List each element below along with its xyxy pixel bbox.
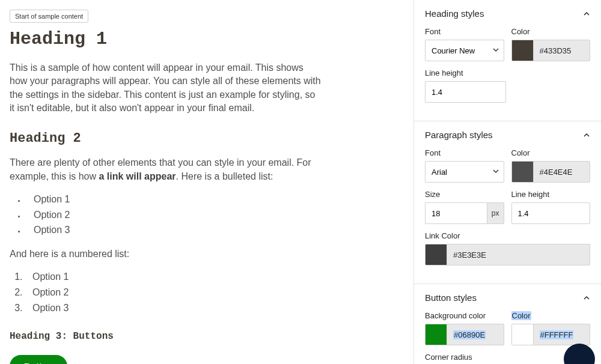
section-heading-styles: Heading styles Font Color #433D35 xyxy=(414,0,601,121)
font-label: Font xyxy=(425,148,504,157)
color-label: Color xyxy=(511,148,591,157)
color-swatch xyxy=(512,40,534,61)
section-title: Button styles xyxy=(425,293,477,303)
heading-color-field[interactable]: #433D35 xyxy=(511,40,591,61)
paragraph-1-sample: This is a sample of how content will app… xyxy=(10,61,322,115)
paragraph-3-sample: And here is a numbered list: xyxy=(10,247,322,261)
paragraph-color-field[interactable]: #4E4E4E xyxy=(511,161,591,183)
section-toggle-heading-styles[interactable]: Heading styles xyxy=(425,8,590,19)
paragraph-2-sample: There are plenty of other elements that … xyxy=(10,156,322,183)
numbered-list-sample: Option 1 Option 2 Option 3 xyxy=(25,269,404,315)
paragraph-font-select[interactable] xyxy=(425,161,504,183)
color-code: #06890E xyxy=(447,324,504,345)
heading-lineheight-input[interactable] xyxy=(425,81,506,103)
section-toggle-paragraph-styles[interactable]: Paragraph styles xyxy=(425,130,590,140)
color-code: #FFFFFF xyxy=(534,324,590,345)
font-label: Font xyxy=(425,27,504,36)
preview-pane: Start of sample content Heading 1 This i… xyxy=(0,0,413,364)
color-label: Color xyxy=(511,27,591,36)
list-item: Option 3 xyxy=(25,300,404,316)
link-sample: a link will appear xyxy=(99,171,176,181)
color-swatch xyxy=(512,324,534,345)
style-sidebar: Heading styles Font Color #433D35 xyxy=(413,0,601,364)
color-code: #433D35 xyxy=(534,40,590,61)
button-bg-color-field[interactable]: #06890E xyxy=(425,324,504,345)
chevron-up-icon xyxy=(583,10,590,17)
chevron-up-icon xyxy=(583,294,590,302)
heading-3-sample: Heading 3: Buttons xyxy=(10,330,404,343)
list-item: Option 2 xyxy=(25,285,404,300)
size-label: Size xyxy=(425,190,504,199)
heading-1-sample: Heading 1 xyxy=(10,26,404,52)
section-paragraph-styles: Paragraph styles Font Color #4E4E4E xyxy=(414,121,601,284)
section-title: Heading styles xyxy=(425,8,484,19)
heading-font-select[interactable] xyxy=(425,40,504,61)
color-code: #4E4E4E xyxy=(534,162,590,182)
sample-start-tag: Start of sample content xyxy=(10,10,88,23)
color-label: Color xyxy=(511,311,591,320)
lineheight-label: Line height xyxy=(511,190,591,199)
chevron-up-icon xyxy=(583,132,590,139)
paragraph-size-input[interactable] xyxy=(425,202,487,224)
paragraph-2-after: . Here is a bulleted list: xyxy=(176,171,273,181)
color-code: #3E3E3E xyxy=(447,244,590,265)
size-unit: px xyxy=(487,202,504,224)
heading-2-sample: Heading 2 xyxy=(10,130,404,148)
lineheight-label: Line height xyxy=(425,68,506,77)
button-sample: Button xyxy=(10,355,67,364)
paragraph-lineheight-input[interactable] xyxy=(511,202,591,224)
list-item: Option 1 xyxy=(25,269,404,285)
paragraph-linkcolor-field[interactable]: #3E3E3E xyxy=(425,244,590,265)
button-text-color-field[interactable]: #FFFFFF xyxy=(511,324,591,345)
list-item: Option 3 xyxy=(25,222,404,238)
bulleted-list-sample: Option 1 Option 2 Option 3 xyxy=(25,192,404,238)
linkcolor-label: Link Color xyxy=(425,231,590,240)
color-swatch xyxy=(426,324,447,345)
color-swatch xyxy=(426,244,447,265)
section-toggle-button-styles[interactable]: Button styles xyxy=(425,293,590,303)
list-item: Option 2 xyxy=(25,207,404,223)
section-title: Paragraph styles xyxy=(425,130,493,140)
bg-color-label: Background color xyxy=(425,311,504,320)
list-item: Option 1 xyxy=(25,192,404,207)
color-swatch xyxy=(512,162,534,182)
